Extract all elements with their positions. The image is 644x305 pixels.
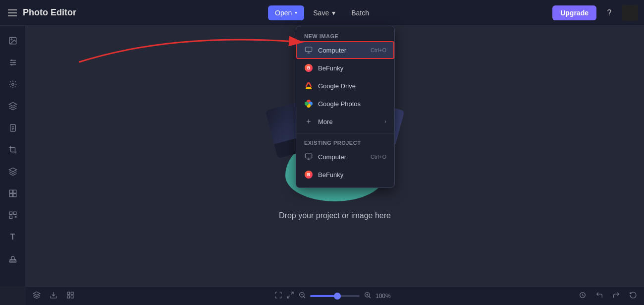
svg-rect-21 — [67, 292, 70, 295]
existing-project-section-label: Existing Project — [296, 137, 394, 148]
topbar-center-actions: Open ▾ Save ▾ Batch — [268, 5, 376, 20]
help-button[interactable]: ? — [601, 5, 617, 21]
zoom-slider[interactable] — [310, 295, 360, 297]
open-button[interactable]: Open ▾ — [268, 5, 304, 20]
svg-point-7 — [11, 64, 12, 65]
svg-point-5 — [11, 60, 12, 61]
menu-item-computer-new[interactable]: Computer Ctrl+O — [296, 41, 394, 59]
sidebar: T — [0, 26, 26, 286]
zoom-controls: 100% — [274, 291, 395, 301]
svg-rect-14 — [9, 212, 12, 214]
svg-rect-15 — [13, 212, 16, 214]
svg-line-29 — [303, 296, 305, 298]
topbar: Photo Editor Open ▾ Save ▾ Batch Upgrade… — [0, 0, 644, 26]
menu-item-befunky-existing[interactable]: B BeFunky — [296, 166, 394, 183]
svg-rect-10 — [9, 190, 12, 193]
svg-rect-18 — [9, 261, 16, 262]
menu-item-befunky-new[interactable]: B BeFunky — [296, 59, 394, 77]
svg-rect-23 — [67, 296, 70, 298]
fit-screen-button[interactable] — [274, 291, 282, 301]
computer-existing-icon — [304, 152, 313, 161]
drop-text: Drop your project or image here — [279, 211, 391, 220]
export-bottom-icon[interactable] — [48, 290, 59, 302]
svg-rect-24 — [71, 296, 73, 298]
svg-rect-16 — [9, 216, 12, 219]
computer-shortcut: Ctrl+O — [371, 47, 386, 53]
google-drive-icon — [304, 81, 313, 90]
bottombar: 100% — [26, 286, 644, 305]
menu-item-computer-existing[interactable]: Computer Ctrl+O — [296, 148, 394, 166]
svg-rect-13 — [13, 194, 16, 197]
menu-item-google-drive[interactable]: Google Drive — [296, 77, 394, 95]
redo-icon[interactable] — [610, 290, 622, 302]
open-dropdown: New Image Computer Ctrl+O B BeFunky Goog… — [296, 26, 395, 188]
upgrade-button[interactable]: Upgrade — [552, 5, 596, 20]
new-image-section-label: New Image — [296, 30, 394, 41]
sidebar-item-touch-up[interactable] — [3, 96, 23, 116]
sidebar-item-stamp[interactable] — [3, 249, 23, 269]
befunky-existing-icon: B — [304, 170, 313, 179]
svg-point-6 — [13, 62, 14, 63]
sidebar-item-crop[interactable] — [3, 140, 23, 160]
google-photos-icon — [304, 99, 313, 108]
svg-marker-9 — [9, 168, 16, 172]
more-arrow-icon: › — [384, 118, 386, 125]
layers-bottom-icon[interactable] — [31, 290, 43, 302]
reset-icon[interactable] — [627, 290, 639, 302]
zoom-out-button[interactable] — [298, 291, 306, 301]
undo-icon[interactable] — [593, 290, 605, 302]
grid-bottom-icon[interactable] — [64, 290, 76, 302]
bottombar-left — [31, 290, 76, 302]
sidebar-item-effects[interactable] — [3, 74, 23, 94]
computer-icon — [304, 46, 313, 55]
svg-rect-22 — [71, 292, 73, 295]
undo-history-icon[interactable] — [577, 290, 589, 302]
app-title: Photo Editor — [23, 7, 76, 18]
svg-marker-19 — [33, 292, 40, 295]
svg-rect-12 — [9, 194, 12, 197]
zoom-percent: 100% — [376, 293, 395, 300]
existing-computer-shortcut: Ctrl+O — [371, 154, 386, 160]
sidebar-item-text-tool[interactable]: T — [3, 227, 23, 247]
avatar[interactable] — [622, 5, 638, 21]
sidebar-item-graphics[interactable] — [3, 205, 23, 225]
svg-line-26 — [287, 296, 290, 298]
plus-icon: + — [304, 117, 313, 126]
svg-line-33 — [369, 296, 371, 298]
svg-rect-35 — [305, 47, 312, 52]
svg-point-8 — [11, 83, 14, 86]
befunky-icon: B — [304, 63, 313, 72]
sidebar-item-text[interactable] — [3, 118, 23, 138]
bottombar-right — [577, 290, 639, 302]
batch-button[interactable]: Batch — [344, 5, 376, 20]
open-chevron-icon: ▾ — [295, 10, 297, 15]
sidebar-item-layers[interactable] — [3, 162, 23, 182]
svg-line-25 — [291, 292, 293, 295]
menu-item-more[interactable]: + More › — [296, 113, 394, 130]
svg-rect-11 — [13, 190, 16, 193]
menu-divider — [296, 133, 394, 134]
sidebar-item-collage[interactable] — [3, 183, 23, 203]
sidebar-item-adjustments[interactable] — [3, 53, 23, 72]
actual-size-button[interactable] — [286, 291, 294, 301]
menu-item-google-photos[interactable]: Google Photos — [296, 95, 394, 113]
save-chevron-icon: ▾ — [332, 9, 335, 17]
hamburger-menu[interactable] — [6, 7, 19, 18]
topbar-right: Upgrade ? — [552, 5, 638, 21]
svg-rect-36 — [305, 154, 312, 158]
svg-point-1 — [11, 39, 12, 40]
zoom-in-button[interactable] — [364, 291, 372, 301]
save-button[interactable]: Save ▾ — [306, 5, 342, 20]
sidebar-item-image[interactable] — [3, 31, 23, 51]
